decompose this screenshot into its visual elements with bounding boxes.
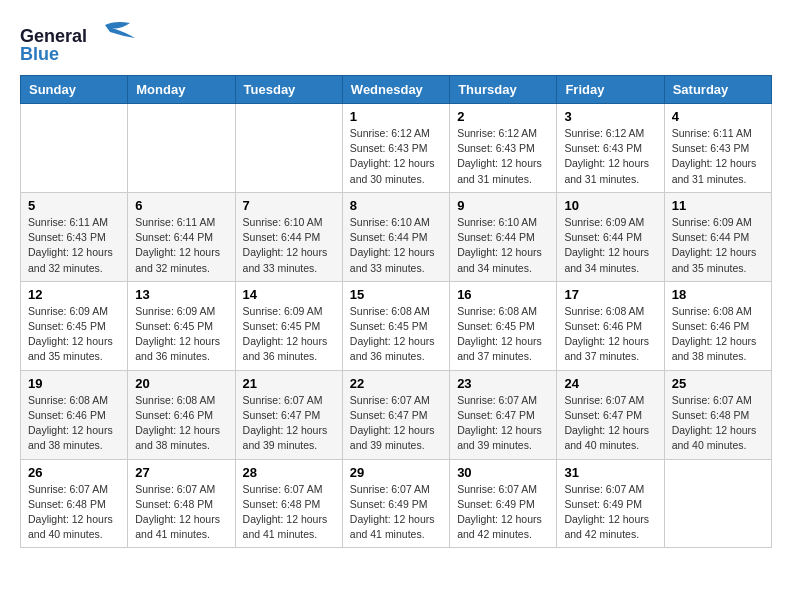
day-number: 27: [135, 465, 227, 480]
logo: GeneralBlue: [20, 20, 150, 65]
day-info: Sunrise: 6:07 AM Sunset: 6:48 PM Dayligh…: [672, 393, 764, 454]
day-number: 12: [28, 287, 120, 302]
calendar-cell: 23Sunrise: 6:07 AM Sunset: 6:47 PM Dayli…: [450, 370, 557, 459]
calendar-week-row: 19Sunrise: 6:08 AM Sunset: 6:46 PM Dayli…: [21, 370, 772, 459]
calendar-cell: 19Sunrise: 6:08 AM Sunset: 6:46 PM Dayli…: [21, 370, 128, 459]
day-number: 30: [457, 465, 549, 480]
day-header-thursday: Thursday: [450, 76, 557, 104]
day-number: 15: [350, 287, 442, 302]
day-info: Sunrise: 6:07 AM Sunset: 6:47 PM Dayligh…: [457, 393, 549, 454]
day-number: 3: [564, 109, 656, 124]
day-number: 13: [135, 287, 227, 302]
day-number: 21: [243, 376, 335, 391]
day-number: 18: [672, 287, 764, 302]
day-info: Sunrise: 6:08 AM Sunset: 6:46 PM Dayligh…: [672, 304, 764, 365]
day-header-monday: Monday: [128, 76, 235, 104]
day-info: Sunrise: 6:07 AM Sunset: 6:49 PM Dayligh…: [350, 482, 442, 543]
calendar-cell: 9Sunrise: 6:10 AM Sunset: 6:44 PM Daylig…: [450, 192, 557, 281]
day-number: 24: [564, 376, 656, 391]
day-info: Sunrise: 6:07 AM Sunset: 6:48 PM Dayligh…: [28, 482, 120, 543]
day-header-wednesday: Wednesday: [342, 76, 449, 104]
calendar-cell: 10Sunrise: 6:09 AM Sunset: 6:44 PM Dayli…: [557, 192, 664, 281]
day-number: 17: [564, 287, 656, 302]
day-info: Sunrise: 6:07 AM Sunset: 6:47 PM Dayligh…: [243, 393, 335, 454]
day-info: Sunrise: 6:07 AM Sunset: 6:49 PM Dayligh…: [564, 482, 656, 543]
day-info: Sunrise: 6:09 AM Sunset: 6:45 PM Dayligh…: [28, 304, 120, 365]
logo-svg: GeneralBlue: [20, 20, 150, 65]
svg-text:General: General: [20, 26, 87, 46]
day-number: 26: [28, 465, 120, 480]
calendar-cell: 21Sunrise: 6:07 AM Sunset: 6:47 PM Dayli…: [235, 370, 342, 459]
calendar-cell: [128, 104, 235, 193]
calendar-cell: [21, 104, 128, 193]
day-info: Sunrise: 6:07 AM Sunset: 6:47 PM Dayligh…: [350, 393, 442, 454]
calendar-cell: 7Sunrise: 6:10 AM Sunset: 6:44 PM Daylig…: [235, 192, 342, 281]
day-number: 11: [672, 198, 764, 213]
day-number: 2: [457, 109, 549, 124]
day-info: Sunrise: 6:12 AM Sunset: 6:43 PM Dayligh…: [350, 126, 442, 187]
calendar-cell: 3Sunrise: 6:12 AM Sunset: 6:43 PM Daylig…: [557, 104, 664, 193]
day-info: Sunrise: 6:12 AM Sunset: 6:43 PM Dayligh…: [457, 126, 549, 187]
day-number: 28: [243, 465, 335, 480]
day-number: 1: [350, 109, 442, 124]
day-header-sunday: Sunday: [21, 76, 128, 104]
calendar-cell: 15Sunrise: 6:08 AM Sunset: 6:45 PM Dayli…: [342, 281, 449, 370]
day-number: 23: [457, 376, 549, 391]
calendar-cell: 27Sunrise: 6:07 AM Sunset: 6:48 PM Dayli…: [128, 459, 235, 548]
day-info: Sunrise: 6:07 AM Sunset: 6:48 PM Dayligh…: [243, 482, 335, 543]
day-info: Sunrise: 6:08 AM Sunset: 6:45 PM Dayligh…: [350, 304, 442, 365]
calendar-cell: 25Sunrise: 6:07 AM Sunset: 6:48 PM Dayli…: [664, 370, 771, 459]
day-number: 5: [28, 198, 120, 213]
day-info: Sunrise: 6:07 AM Sunset: 6:49 PM Dayligh…: [457, 482, 549, 543]
day-info: Sunrise: 6:10 AM Sunset: 6:44 PM Dayligh…: [243, 215, 335, 276]
day-number: 25: [672, 376, 764, 391]
calendar-week-row: 12Sunrise: 6:09 AM Sunset: 6:45 PM Dayli…: [21, 281, 772, 370]
day-info: Sunrise: 6:09 AM Sunset: 6:45 PM Dayligh…: [135, 304, 227, 365]
calendar-week-row: 5Sunrise: 6:11 AM Sunset: 6:43 PM Daylig…: [21, 192, 772, 281]
day-info: Sunrise: 6:11 AM Sunset: 6:44 PM Dayligh…: [135, 215, 227, 276]
calendar-cell: 12Sunrise: 6:09 AM Sunset: 6:45 PM Dayli…: [21, 281, 128, 370]
day-info: Sunrise: 6:09 AM Sunset: 6:44 PM Dayligh…: [672, 215, 764, 276]
calendar-cell: 18Sunrise: 6:08 AM Sunset: 6:46 PM Dayli…: [664, 281, 771, 370]
page-header: GeneralBlue: [20, 20, 772, 65]
calendar-cell: [664, 459, 771, 548]
calendar-cell: 30Sunrise: 6:07 AM Sunset: 6:49 PM Dayli…: [450, 459, 557, 548]
day-number: 14: [243, 287, 335, 302]
calendar-cell: 13Sunrise: 6:09 AM Sunset: 6:45 PM Dayli…: [128, 281, 235, 370]
calendar-cell: 4Sunrise: 6:11 AM Sunset: 6:43 PM Daylig…: [664, 104, 771, 193]
day-number: 4: [672, 109, 764, 124]
day-number: 6: [135, 198, 227, 213]
calendar-cell: [235, 104, 342, 193]
calendar-cell: 26Sunrise: 6:07 AM Sunset: 6:48 PM Dayli…: [21, 459, 128, 548]
day-number: 8: [350, 198, 442, 213]
calendar-cell: 29Sunrise: 6:07 AM Sunset: 6:49 PM Dayli…: [342, 459, 449, 548]
day-number: 20: [135, 376, 227, 391]
day-info: Sunrise: 6:10 AM Sunset: 6:44 PM Dayligh…: [457, 215, 549, 276]
day-number: 29: [350, 465, 442, 480]
day-info: Sunrise: 6:07 AM Sunset: 6:47 PM Dayligh…: [564, 393, 656, 454]
calendar-cell: 16Sunrise: 6:08 AM Sunset: 6:45 PM Dayli…: [450, 281, 557, 370]
day-info: Sunrise: 6:11 AM Sunset: 6:43 PM Dayligh…: [28, 215, 120, 276]
calendar-header-row: SundayMondayTuesdayWednesdayThursdayFrid…: [21, 76, 772, 104]
day-number: 16: [457, 287, 549, 302]
calendar-cell: 2Sunrise: 6:12 AM Sunset: 6:43 PM Daylig…: [450, 104, 557, 193]
day-header-tuesday: Tuesday: [235, 76, 342, 104]
day-info: Sunrise: 6:09 AM Sunset: 6:45 PM Dayligh…: [243, 304, 335, 365]
day-info: Sunrise: 6:08 AM Sunset: 6:45 PM Dayligh…: [457, 304, 549, 365]
calendar-week-row: 1Sunrise: 6:12 AM Sunset: 6:43 PM Daylig…: [21, 104, 772, 193]
day-number: 19: [28, 376, 120, 391]
day-info: Sunrise: 6:08 AM Sunset: 6:46 PM Dayligh…: [28, 393, 120, 454]
calendar-cell: 31Sunrise: 6:07 AM Sunset: 6:49 PM Dayli…: [557, 459, 664, 548]
calendar-cell: 6Sunrise: 6:11 AM Sunset: 6:44 PM Daylig…: [128, 192, 235, 281]
calendar-cell: 22Sunrise: 6:07 AM Sunset: 6:47 PM Dayli…: [342, 370, 449, 459]
logo-text: GeneralBlue: [20, 20, 150, 65]
day-number: 9: [457, 198, 549, 213]
calendar-week-row: 26Sunrise: 6:07 AM Sunset: 6:48 PM Dayli…: [21, 459, 772, 548]
calendar-cell: 28Sunrise: 6:07 AM Sunset: 6:48 PM Dayli…: [235, 459, 342, 548]
calendar-cell: 5Sunrise: 6:11 AM Sunset: 6:43 PM Daylig…: [21, 192, 128, 281]
day-info: Sunrise: 6:11 AM Sunset: 6:43 PM Dayligh…: [672, 126, 764, 187]
svg-text:Blue: Blue: [20, 44, 59, 64]
calendar-cell: 20Sunrise: 6:08 AM Sunset: 6:46 PM Dayli…: [128, 370, 235, 459]
day-number: 31: [564, 465, 656, 480]
day-info: Sunrise: 6:08 AM Sunset: 6:46 PM Dayligh…: [564, 304, 656, 365]
